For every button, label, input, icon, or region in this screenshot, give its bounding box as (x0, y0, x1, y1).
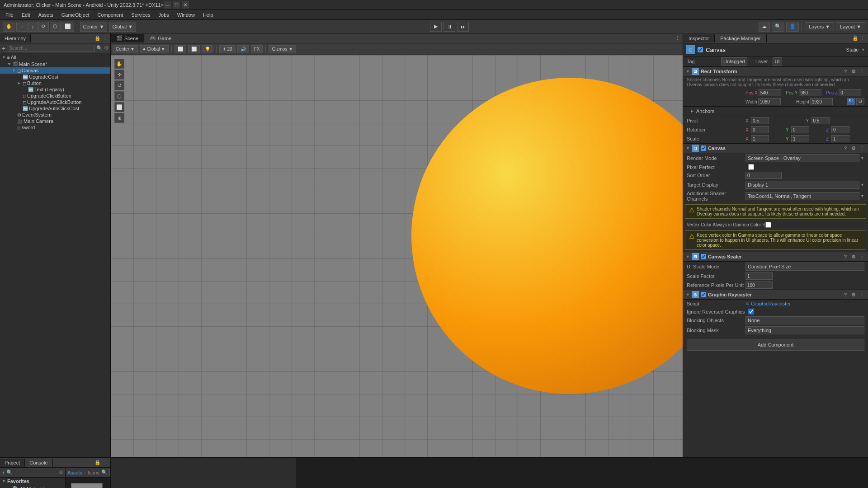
scale-factor-input[interactable] (745, 272, 773, 280)
space-button[interactable]: Global ▼ (109, 22, 136, 32)
pos-y-input[interactable] (799, 89, 821, 96)
gr-checkbox[interactable] (701, 292, 706, 297)
inspector-lock-icon[interactable]: 🔒 (852, 35, 859, 41)
cs-more-button[interactable]: ⋮ (858, 253, 865, 260)
minimize-button[interactable]: — (164, 1, 171, 9)
hierarchy-item-maincamera[interactable]: 🎥 Main Camera (0, 118, 110, 124)
scene-view-mode[interactable]: ⬜ (175, 45, 186, 53)
scale-x-input[interactable] (751, 135, 769, 142)
scene-panel-menu[interactable]: ⋮ (675, 35, 680, 41)
menu-file[interactable]: File (2, 11, 17, 19)
static-arrow[interactable]: ▼ (861, 47, 865, 52)
game-tab[interactable]: 🎮 Game (144, 34, 177, 42)
hierarchy-item-upgradecost[interactable]: 🔤 UpgradeCost (0, 74, 110, 80)
scene-light-toggle[interactable]: 💡 (202, 45, 213, 53)
layers-button[interactable]: Layers ▼ (805, 22, 834, 31)
rot-y-input[interactable] (791, 126, 809, 133)
maximize-button[interactable]: ☐ (173, 1, 180, 9)
object-enabled-checkbox[interactable] (698, 47, 703, 52)
tree-item-favorites[interactable]: ▼ Favorites (0, 478, 65, 485)
rot-z-input[interactable] (831, 126, 849, 133)
inspector-tab[interactable]: Inspector (683, 34, 715, 42)
scene-rect-tool[interactable]: ⬜ (114, 102, 124, 112)
menu-component[interactable]: Component (94, 11, 127, 19)
inspector-menu-icon[interactable]: ⋮ (860, 35, 865, 41)
transform-rotate-tool[interactable]: ↕ (28, 22, 38, 32)
layer-dropdown[interactable]: UI (773, 57, 782, 66)
hierarchy-lock-icon[interactable]: 🔒 (94, 35, 101, 41)
canvas-scaler-checkbox[interactable] (701, 254, 706, 259)
scale-y-input[interactable] (791, 135, 809, 142)
hierarchy-item-button[interactable]: ► ◻ Button (0, 80, 110, 86)
tree-item-all-materials[interactable]: 🔍 All Materials (0, 485, 65, 488)
project-menu-icon[interactable]: ⋮ (103, 460, 108, 465)
menu-help[interactable]: Help (199, 11, 217, 19)
pivot-display-button[interactable]: Center ▼ (113, 45, 138, 53)
pos-z-input[interactable] (839, 89, 861, 96)
hierarchy-item-canvas[interactable]: ▼ ◻ Canvas (0, 67, 110, 74)
breadcrumb-assets[interactable]: Assets (67, 470, 82, 475)
hierarchy-add-button[interactable]: + (2, 45, 5, 52)
hierarchy-item-eventsystem[interactable]: ⚙ EventSystem (0, 112, 110, 118)
stretch-height-button[interactable]: ⊡ (856, 98, 864, 105)
gr-help-button[interactable]: ? (842, 291, 849, 298)
pivot-x-input[interactable] (751, 117, 769, 124)
width-input[interactable] (758, 98, 781, 105)
graphic-raycaster-section-header[interactable]: ▼ ◎ Graphic Raycaster ? ⚙ ⋮ (683, 290, 868, 300)
canvas-more-button[interactable]: ⋮ (858, 145, 865, 152)
canvas-help-button[interactable]: ? (842, 145, 849, 152)
layout-button[interactable]: Layout ▼ (836, 22, 865, 31)
menu-mainscene[interactable]: ⋮ (104, 61, 108, 67)
account-button[interactable]: 👤 (786, 22, 799, 32)
scene-fx-btn[interactable]: FX (251, 45, 263, 53)
transform-move-tool[interactable]: ↔ (16, 22, 28, 32)
hierarchy-search-input[interactable] (7, 45, 95, 52)
rot-x-input[interactable] (751, 126, 769, 133)
scene-transform-tool[interactable]: ⊕ (114, 113, 124, 123)
transform-rect-tool[interactable]: ⬡ (50, 22, 61, 32)
vertex-color-checkbox[interactable] (765, 222, 771, 228)
scene-2d-mode[interactable]: ⬜ (188, 45, 200, 53)
hierarchy-item-textlegacy[interactable]: 🔤 Text (Legacy) (0, 86, 110, 93)
hierarchy-item-all[interactable]: ▼ ≡ All (0, 54, 110, 61)
hierarchy-menu-icon[interactable]: ⋮ (103, 35, 108, 41)
step-button[interactable]: ⏭ (457, 22, 469, 32)
play-button[interactable]: ▶ (430, 22, 442, 32)
blocking-objects-dropdown[interactable]: None (745, 316, 864, 324)
asset-item-thumb1[interactable]: ▶ 5a37426e... (69, 481, 104, 488)
hierarchy-item-upgradeautoclickbutton[interactable]: ◻ UpgradeAutoClickButton (0, 99, 110, 105)
shader-channels-dropdown[interactable]: TexCoord1, Normal, Tangent (745, 192, 859, 200)
menu-gameobject[interactable]: GameObject (58, 11, 93, 19)
search-button[interactable]: 🔍 (772, 22, 784, 32)
sort-order-input[interactable] (745, 172, 782, 179)
canvas-enabled-checkbox[interactable] (701, 145, 706, 151)
pivot-y-input[interactable] (811, 117, 830, 124)
transform-hand-tool[interactable]: ✋ (3, 22, 15, 32)
hierarchy-item-upgradeclickbutton[interactable]: ◻ UpgradeClickButton (0, 93, 110, 99)
transform-universal-tool[interactable]: ⬜ (61, 22, 74, 32)
hierarchy-settings-icon[interactable]: ⚙ (104, 45, 108, 51)
menu-edit[interactable]: Edit (18, 11, 34, 19)
asset-search-input[interactable] (109, 469, 110, 476)
menu-window[interactable]: Window (174, 11, 198, 19)
scene-gizmos-btn[interactable]: Gizmos ▼ (269, 45, 296, 53)
project-lock-icon[interactable]: 🔒 (94, 460, 101, 465)
pos-x-input[interactable] (759, 89, 781, 96)
project-add-btn[interactable]: + (2, 470, 5, 475)
canvas-settings-button[interactable]: ⚙ (850, 145, 857, 152)
gr-settings-button[interactable]: ⚙ (850, 291, 857, 298)
scale-z-input[interactable] (831, 135, 849, 142)
stretch-width-button[interactable]: S I (847, 98, 855, 105)
scene-move-tool[interactable]: ✛ (114, 70, 124, 80)
pixel-perfect-checkbox[interactable] (748, 164, 754, 170)
scene-rotate-tool[interactable]: ↺ (114, 80, 124, 90)
project-tab[interactable]: Project (0, 459, 25, 467)
hierarchy-item-mainscene[interactable]: ▼ 🎬 Main Scene* ⋮ (0, 61, 110, 67)
canvas-section-header[interactable]: ▼ ◻ Canvas ? ⚙ ⋮ (683, 143, 868, 153)
scene-scale-tool[interactable]: ⬡ (114, 91, 124, 101)
console-tab[interactable]: Console (25, 459, 52, 467)
ref-pixels-input[interactable] (745, 282, 773, 289)
rt-more-button[interactable]: ⋮ (858, 68, 865, 75)
scene-view[interactable]: ✋ ✛ ↺ ⬡ ⬜ ⊕ (111, 55, 683, 457)
ignore-reversed-checkbox[interactable] (748, 309, 754, 314)
